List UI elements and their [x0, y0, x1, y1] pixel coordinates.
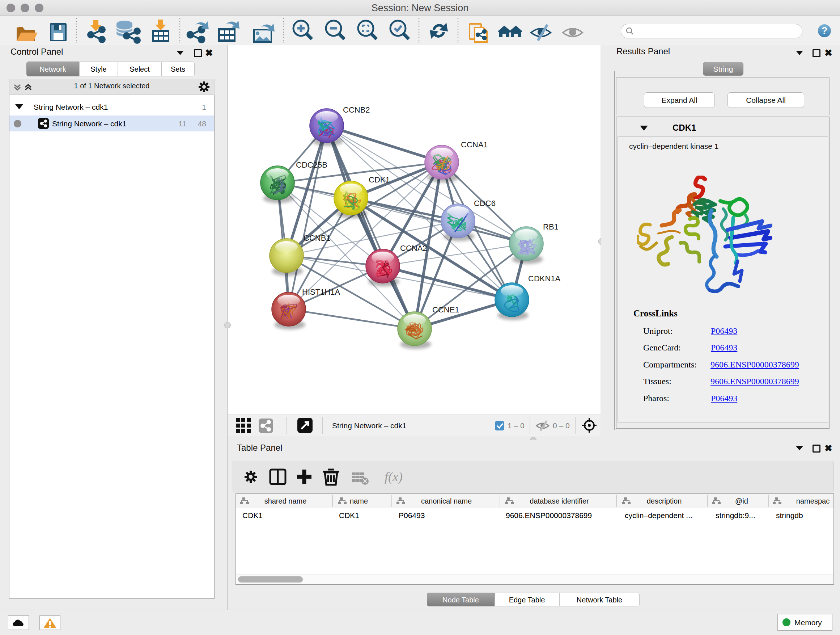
svg-text:@id: @id: [735, 497, 748, 505]
svg-text:CDK1: CDK1: [369, 175, 390, 184]
svg-text:CDC25B: CDC25B: [296, 160, 327, 169]
svg-text:namespac: namespac: [796, 497, 829, 505]
svg-text:CCNA1: CCNA1: [461, 140, 488, 149]
svg-text:description: description: [647, 497, 682, 505]
svg-text:1 – 0: 1 – 0: [508, 421, 524, 430]
svg-text:0 – 0: 0 – 0: [553, 421, 570, 430]
svg-text:CCNA2: CCNA2: [400, 244, 427, 253]
svg-text:CCNE1: CCNE1: [432, 305, 459, 314]
svg-text:shared name: shared name: [264, 497, 307, 505]
svg-text:CCNB1: CCNB1: [303, 233, 331, 242]
svg-text:database identifier: database identifier: [530, 497, 589, 505]
svg-text:RB1: RB1: [543, 222, 559, 231]
svg-text:HIST1H1A: HIST1H1A: [302, 287, 340, 296]
svg-text:f(x): f(x): [385, 470, 403, 484]
svg-text:name: name: [350, 497, 368, 505]
svg-text:CDC6: CDC6: [474, 199, 496, 208]
svg-text:canonical name: canonical name: [421, 497, 472, 505]
svg-text:CDKN1A: CDKN1A: [528, 274, 561, 283]
svg-text:String Network – cdk1: String Network – cdk1: [332, 421, 406, 430]
svg-text:CCNB2: CCNB2: [343, 105, 370, 114]
